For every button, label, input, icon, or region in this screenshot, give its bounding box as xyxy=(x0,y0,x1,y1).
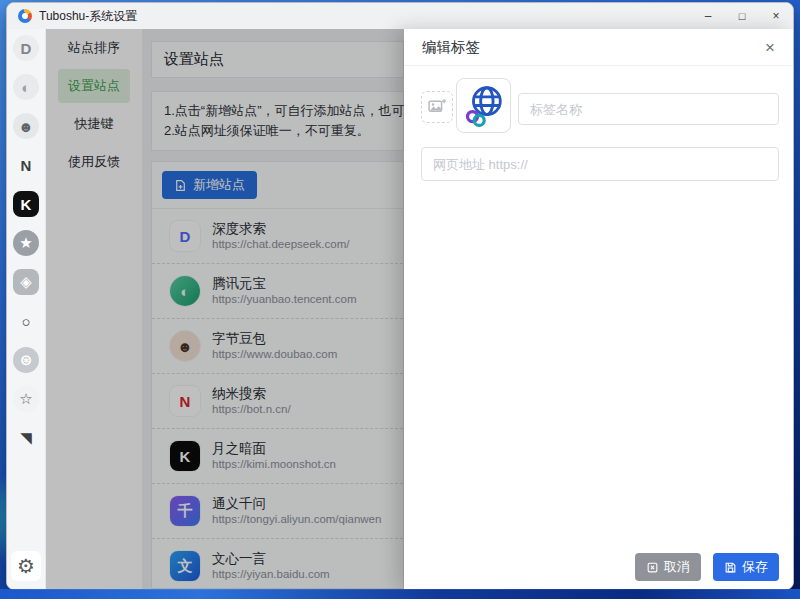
window-controls: – □ × xyxy=(691,3,793,29)
drawer-footer: 取消 保存 xyxy=(635,553,779,581)
add-document-icon xyxy=(174,179,187,192)
site-list-card: 新增站点 D 深度求索https://chat.deepseek.com/ ◐ … xyxy=(151,161,404,589)
sailboat-icon[interactable]: ◥ xyxy=(13,425,39,451)
yuanbao-icon[interactable]: ◐ xyxy=(13,74,39,100)
instruction-line: 1.点击“新增站点”，可自行添加站点，也可修改或者 xyxy=(164,101,403,121)
nami-search-icon[interactable]: N xyxy=(13,152,39,178)
app-body: D ◐ ☻ N K ★ ◈ ○ ⊛ ☆ ◥ ⚙ 站点排序 设置站点 快捷键 使用… xyxy=(7,29,793,589)
site-row-yiyan[interactable]: 文 文心一言https://yiyan.baidu.com xyxy=(152,539,403,588)
drawer-title: 编辑标签 xyxy=(422,38,480,57)
cancel-button[interactable]: 取消 xyxy=(635,553,701,581)
planet-icon[interactable]: ○ xyxy=(13,308,39,334)
add-site-button[interactable]: 新增站点 xyxy=(162,171,257,199)
instruction-line: 2.站点网址须保证唯一，不可重复。 xyxy=(164,121,403,141)
window-title: Tuboshu-系统设置 xyxy=(39,8,137,25)
site-favicon-preview[interactable] xyxy=(456,78,511,133)
save-floppy-icon xyxy=(724,561,737,574)
page-title-card: 设置站点 xyxy=(151,41,404,78)
label-name-input[interactable] xyxy=(518,93,779,125)
app-window: Tuboshu-系统设置 – □ × D ◐ ☻ N K ★ ◈ ○ ⊛ ☆ ◥… xyxy=(6,2,794,590)
yuanbao-icon: ◐ xyxy=(170,276,200,306)
picture-upload-icon xyxy=(427,97,447,117)
nami-search-icon: N xyxy=(170,386,200,416)
close-button[interactable]: × xyxy=(759,3,793,29)
deepseek-icon[interactable]: D xyxy=(13,35,39,61)
settings-gear-icon[interactable]: ⚙ xyxy=(11,551,41,581)
sparkle-icon[interactable]: ☆ xyxy=(13,386,39,412)
site-row-doubao[interactable]: ☻ 字节豆包https://www.doubao.com xyxy=(152,319,403,374)
site-row-nami[interactable]: N 纳米搜索https://bot.n.cn/ xyxy=(152,374,403,429)
site-row-deepseek[interactable]: D 深度求索https://chat.deepseek.com/ xyxy=(152,209,403,264)
kimi-icon: K xyxy=(170,441,200,471)
yuanqi-icon[interactable]: ★ xyxy=(13,230,39,256)
page-title: 设置站点 xyxy=(164,50,224,69)
site-row-tongyi[interactable]: 千 通义千问https://tongyi.aliyun.com/qianwen xyxy=(152,484,403,539)
chatgpt-icon[interactable]: ⊛ xyxy=(13,347,39,373)
upload-image-button[interactable] xyxy=(421,91,453,123)
title-bar: Tuboshu-系统设置 – □ × xyxy=(7,3,793,29)
kimi-icon[interactable]: K xyxy=(13,191,39,217)
tongyi-icon: 千 xyxy=(170,496,200,526)
maximize-button[interactable]: □ xyxy=(725,3,759,29)
save-button[interactable]: 保存 xyxy=(713,553,779,581)
settings-nav: 站点排序 设置站点 快捷键 使用反馈 xyxy=(46,29,142,589)
site-icon-rail: D ◐ ☻ N K ★ ◈ ○ ⊛ ☆ ◥ ⚙ xyxy=(7,29,46,589)
cancel-x-icon xyxy=(646,561,659,574)
nav-item-set-sites[interactable]: 设置站点 xyxy=(46,67,142,105)
nav-item-shortcuts[interactable]: 快捷键 xyxy=(46,105,142,143)
nav-item-feedback[interactable]: 使用反馈 xyxy=(46,143,142,181)
drawer-header: 编辑标签 × xyxy=(404,29,793,66)
globe-link-icon xyxy=(461,83,507,129)
edit-label-drawer: 编辑标签 × xyxy=(404,29,793,589)
doubao-icon: ☻ xyxy=(170,331,200,361)
site-row-kimi[interactable]: K 月之暗面https://kimi.moonshot.cn xyxy=(152,429,403,484)
nav-item-site-sort[interactable]: 站点排序 xyxy=(46,29,142,67)
wenxin-icon[interactable]: ◈ xyxy=(13,269,39,295)
drawer-close-icon[interactable]: × xyxy=(765,39,775,56)
doubao-icon[interactable]: ☻ xyxy=(13,113,39,139)
instructions-card: 1.点击“新增站点”，可自行添加站点，也可修改或者 2.站点网址须保证唯一，不可… xyxy=(151,91,404,151)
deepseek-icon: D xyxy=(170,221,200,251)
site-row-yuanbao[interactable]: ◐ 腾讯元宝https://yuanbao.tencent.com xyxy=(152,264,403,319)
web-address-input[interactable] xyxy=(421,147,779,181)
minimize-button[interactable]: – xyxy=(691,3,725,29)
set-sites-pane: 设置站点 1.点击“新增站点”，可自行添加站点，也可修改或者 2.站点网址须保证… xyxy=(142,29,404,589)
site-list: D 深度求索https://chat.deepseek.com/ ◐ 腾讯元宝h… xyxy=(152,209,403,588)
wenxin-icon: 文 xyxy=(170,551,200,581)
app-logo-icon xyxy=(18,9,32,23)
